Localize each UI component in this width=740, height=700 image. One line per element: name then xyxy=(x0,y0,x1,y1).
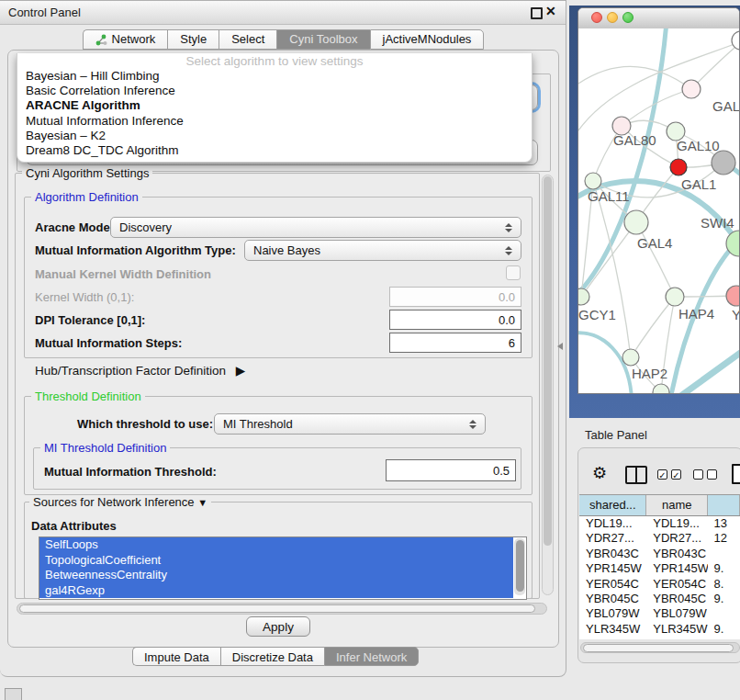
algorithm-popup-items: Bayesian – Hill ClimbingBasic Correlatio… xyxy=(17,69,532,158)
network-node-gcy1[interactable] xyxy=(578,288,589,305)
table-cell: YPR145W xyxy=(646,561,707,576)
node-label: Y xyxy=(732,307,740,322)
algorithm-option[interactable]: Basic Correlation Inference xyxy=(17,84,532,98)
deselect-all-icon[interactable] xyxy=(693,469,717,480)
table-cell xyxy=(708,606,740,621)
settings-hscrollbar[interactable] xyxy=(17,603,547,615)
table-row[interactable]: YBL079WYBL079W xyxy=(579,606,740,621)
mi-steps-input[interactable]: 6 xyxy=(389,333,521,353)
table-row[interactable]: YPR145WYPR145W9. xyxy=(579,561,740,576)
stray-panel-icon[interactable] xyxy=(5,688,22,700)
gear-icon[interactable]: ⚙ xyxy=(592,463,607,483)
sources-legend[interactable]: Sources for Network Inference ▼ xyxy=(29,495,211,509)
combo-arrows-icon xyxy=(469,420,477,429)
hub-definition-expander[interactable]: Hub/Transcription Factor Definition ▶ xyxy=(35,363,245,378)
columns-icon[interactable] xyxy=(625,466,647,484)
tab-jactivemnodules[interactable]: jActiveMNodules xyxy=(370,29,485,50)
node-label: GAL xyxy=(712,98,740,114)
data-attributes-list[interactable]: SelfLoopsTopologicalCoefficientBetweenne… xyxy=(39,536,527,600)
algorithm-option[interactable]: ARACNE Algorithm xyxy=(17,98,532,113)
network-canvas[interactable]: GALGAL80GAL10GAL1GAL11GAL4SWI4GCY1HAP4YH… xyxy=(578,28,740,394)
table-cell: YBL079W xyxy=(646,606,707,621)
attribute-list-item[interactable]: SelfLoops xyxy=(39,537,513,553)
mi-threshold-label: Mutual Information Threshold: xyxy=(44,465,217,479)
list-scrollbar[interactable] xyxy=(514,538,525,595)
column-header[interactable] xyxy=(708,495,740,515)
mi-type-combobox[interactable]: Naive Bayes xyxy=(244,240,521,261)
attribute-list-item[interactable]: gal4RGexp xyxy=(39,583,513,599)
select-all-icon[interactable]: ✓✓ xyxy=(657,469,681,480)
aracne-mode-combobox[interactable]: Discovery xyxy=(110,217,521,238)
network-node-gal1[interactable] xyxy=(670,159,687,175)
network-node[interactable] xyxy=(732,31,740,50)
which-threshold-label: Which threshold to use: xyxy=(77,417,213,431)
table-cell: 9. xyxy=(708,622,740,637)
tab-cyni-toolbox[interactable]: Cyni Toolbox xyxy=(276,29,369,50)
table-row[interactable]: YDL19...YDL19...13 xyxy=(579,516,740,531)
bottom-tabs: Impute DataDiscretize DataInfer Network xyxy=(132,647,419,666)
settings-hscrollbar-thumb[interactable] xyxy=(19,604,535,613)
manual-kernel-checkbox[interactable] xyxy=(506,265,521,280)
table-row[interactable]: YBR045CYBR045C9. xyxy=(579,592,740,606)
attribute-list-item[interactable]: BetweennessCentrality xyxy=(39,568,513,583)
float-window-icon[interactable] xyxy=(531,7,543,19)
table-row[interactable]: YBR043CYBR043C xyxy=(579,547,740,561)
tab-network[interactable]: Network xyxy=(83,29,168,50)
kernel-width-input[interactable]: 0.0 xyxy=(389,287,521,307)
apply-button[interactable]: Apply xyxy=(246,616,310,637)
attribute-list-item[interactable]: TopologicalCoefficient xyxy=(39,553,513,569)
network-node[interactable] xyxy=(712,151,735,175)
tab-style[interactable]: Style xyxy=(167,29,219,50)
mi-threshold-input[interactable]: 0.5 xyxy=(386,459,516,481)
tab-select[interactable]: Select xyxy=(219,29,276,50)
table-cell xyxy=(708,547,740,561)
splitpane-handle-icon[interactable] xyxy=(557,343,563,350)
table-hscrollbar-thumb[interactable] xyxy=(583,644,734,652)
settings-scrollbar-thumb[interactable] xyxy=(544,176,552,546)
column-header[interactable]: name xyxy=(646,495,707,515)
mi-type-label: Mutual Information Algorithm Type: xyxy=(35,243,236,257)
mi-steps-label: Mutual Information Steps: xyxy=(35,336,182,350)
bottom-tab-infer-network[interactable]: Infer Network xyxy=(324,647,419,666)
column-header[interactable]: shared... xyxy=(579,495,646,515)
mi-threshold-legend: MI Threshold Definition xyxy=(40,441,170,455)
algorithm-option[interactable]: Mutual Information Inference xyxy=(17,114,532,129)
dpi-tolerance-input[interactable]: 0.0 xyxy=(389,310,521,330)
table-hscrollbar[interactable] xyxy=(580,642,740,653)
which-threshold-combobox[interactable]: MI Threshold xyxy=(214,413,486,435)
settings-scrollbar[interactable] xyxy=(542,175,554,595)
table-cell: YDL19... xyxy=(579,516,646,531)
network-node-gal[interactable] xyxy=(682,80,701,98)
network-node[interactable] xyxy=(653,384,669,394)
control-panel-titlebar[interactable]: Control Panel ✕ xyxy=(0,1,566,25)
table-row[interactable]: YER054CYER054C8. xyxy=(579,577,740,592)
network-window-titlebar[interactable] xyxy=(578,8,739,29)
zoom-light-icon[interactable] xyxy=(622,12,633,23)
network-node-hap4[interactable] xyxy=(666,288,684,306)
network-node-gal11[interactable] xyxy=(585,173,601,189)
combo-arrows-icon xyxy=(505,223,512,232)
table-row[interactable]: YDR27...YDR27...12 xyxy=(579,531,740,546)
table-cell: YER054C xyxy=(646,577,707,592)
bottom-tab-discretize-data[interactable]: Discretize Data xyxy=(220,647,324,666)
minimize-light-icon[interactable] xyxy=(607,12,618,23)
algorithm-option[interactable]: Dream8 DC_TDC Algorithm xyxy=(17,143,532,158)
table-cell: YDR27... xyxy=(646,531,707,546)
cyni-settings-legend: Cyni Algorithm Settings xyxy=(22,166,152,180)
table-row[interactable]: YLR345WYLR345W9. xyxy=(579,622,740,637)
algorithm-option[interactable]: Bayesian – K2 xyxy=(17,129,532,143)
network-node-hap2[interactable] xyxy=(622,349,639,366)
manual-kernel-label: Manual Kernel Width Definition xyxy=(35,267,211,281)
node-table[interactable]: shared...name YDL19...YDL19...13YDR27...… xyxy=(579,494,740,639)
page-icon[interactable] xyxy=(732,464,740,484)
table-cell: 9 xyxy=(708,637,740,639)
close-light-icon[interactable] xyxy=(591,12,602,23)
bottom-tab-impute-data[interactable]: Impute Data xyxy=(132,647,220,666)
algorithm-option[interactable]: Bayesian – Hill Climbing xyxy=(17,69,532,84)
network-icon xyxy=(95,34,107,46)
table-row[interactable]: YIL052CYIL052C9 xyxy=(579,637,740,639)
network-node-gal4[interactable] xyxy=(624,210,648,234)
list-scrollbar-thumb[interactable] xyxy=(516,540,524,592)
network-node-y[interactable] xyxy=(726,286,740,306)
close-icon[interactable]: ✕ xyxy=(545,4,556,18)
